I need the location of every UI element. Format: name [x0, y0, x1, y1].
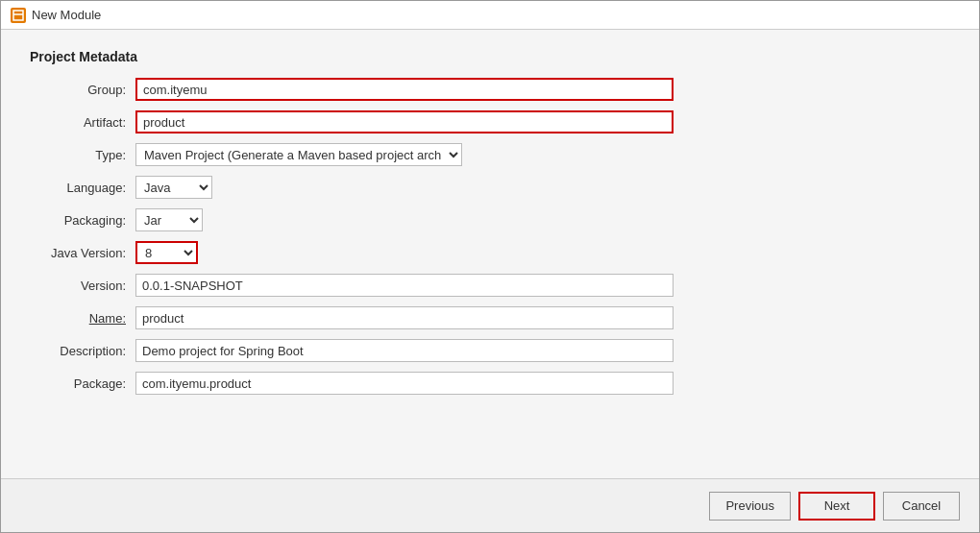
window-title: New Module: [32, 8, 101, 22]
java-version-row: Java Version: 8 11 17: [30, 241, 950, 264]
name-label[interactable]: Name:: [30, 311, 135, 326]
section-title: Project Metadata: [30, 49, 950, 64]
artifact-row: Artifact:: [30, 110, 950, 133]
java-version-select[interactable]: 8 11 17: [135, 241, 198, 264]
language-row: Language: Java Kotlin Groovy: [30, 176, 950, 199]
name-row: Name:: [30, 306, 950, 329]
package-row: Package:: [30, 372, 950, 395]
form-content: Project Metadata Group: Artifact: Type: …: [1, 30, 979, 478]
group-label: Group:: [30, 83, 135, 97]
packaging-select[interactable]: Jar War: [135, 208, 203, 231]
description-input[interactable]: [135, 339, 674, 362]
artifact-input[interactable]: [135, 110, 674, 133]
title-bar: New Module: [1, 1, 979, 30]
language-select[interactable]: Java Kotlin Groovy: [135, 176, 212, 199]
description-row: Description:: [30, 339, 950, 362]
java-version-label: Java Version:: [30, 246, 135, 260]
group-row: Group:: [30, 78, 950, 101]
packaging-label: Packaging:: [30, 213, 135, 228]
group-input[interactable]: [135, 78, 674, 101]
version-input[interactable]: [135, 274, 674, 297]
language-label: Language:: [30, 181, 135, 195]
type-select[interactable]: Maven Project (Generate a Maven based pr…: [135, 143, 462, 166]
type-label: Type:: [30, 148, 135, 162]
name-input[interactable]: [135, 306, 674, 329]
type-row: Type: Maven Project (Generate a Maven ba…: [30, 143, 950, 166]
artifact-label: Artifact:: [30, 115, 135, 130]
new-module-window: New Module Project Metadata Group: Artif…: [0, 0, 980, 533]
description-label: Description:: [30, 344, 135, 358]
svg-rect-0: [13, 11, 23, 20]
next-button[interactable]: Next: [798, 492, 875, 521]
version-label: Version:: [30, 279, 135, 293]
packaging-row: Packaging: Jar War: [30, 208, 950, 231]
previous-button[interactable]: Previous: [709, 492, 791, 521]
package-label: Package:: [30, 376, 135, 391]
footer: Previous Next Cancel: [1, 478, 979, 532]
version-row: Version:: [30, 274, 950, 297]
window-icon: [11, 8, 26, 23]
package-input[interactable]: [135, 372, 674, 395]
cancel-button[interactable]: Cancel: [883, 492, 960, 521]
